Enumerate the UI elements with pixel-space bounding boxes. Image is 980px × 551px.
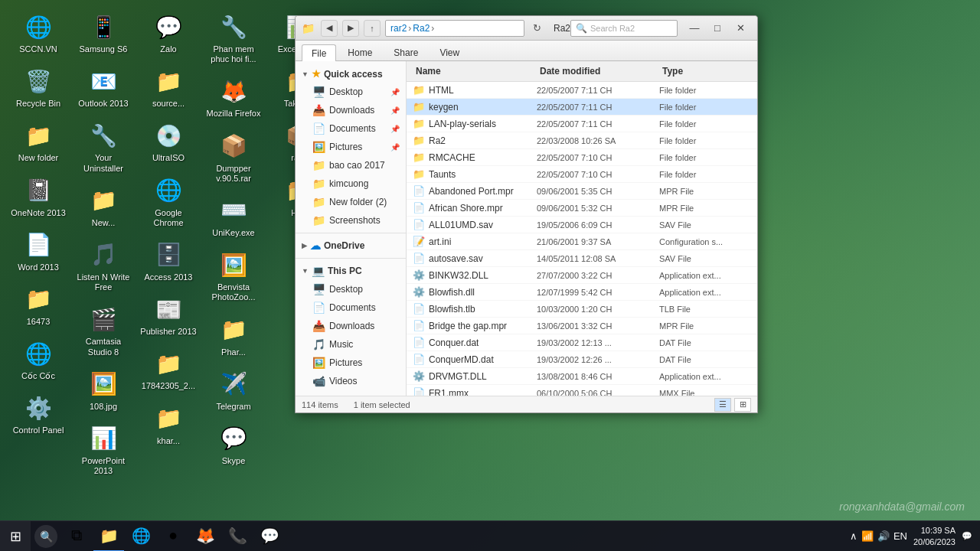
tray-chevron[interactable]: ∧ — [850, 530, 858, 542]
col-name[interactable]: Name — [413, 64, 537, 78]
table-row[interactable]: 📄 FR1.mmx 06/10/2000 5:06 CH MMX File — [407, 385, 757, 396]
table-row[interactable]: ⚙️ DRVMGT.DLL 13/08/2001 8:46 CH Applica… — [407, 368, 757, 385]
desktop-icon-skype[interactable]: 💬 Skype — [203, 419, 264, 470]
quick-access-header[interactable]: ▼ ★ Quick access — [296, 65, 406, 83]
address-bar-path[interactable]: rar2 › Ra2 › — [385, 20, 524, 37]
desktop-icon-recycle[interactable]: 🗑️ Recycle Bin — [8, 62, 69, 112]
table-row[interactable]: 📄 ALL01UMD.sav 19/05/2006 6:09 CH SAV Fi… — [407, 217, 757, 233]
desktop-icon-outlook[interactable]: 📧 Outlook 2013 — [73, 62, 134, 112]
minimize-button[interactable]: — — [684, 20, 705, 37]
desktop-icon-word[interactable]: 📄 Word 2013 — [8, 226, 69, 276]
sidebar-item-videos[interactable]: 📹 Videos — [296, 372, 406, 390]
desktop-icon-new[interactable]: 📁 New... — [73, 181, 134, 232]
desktop-icon-ultraiso[interactable]: 💿 UltraISO — [138, 116, 199, 167]
table-row[interactable]: 📁 HTML 22/05/2007 7:11 CH File folder — [407, 82, 757, 99]
tab-home[interactable]: Home — [338, 44, 382, 60]
desktop-icon-17842305[interactable]: 📁 17842305_2... — [138, 344, 199, 395]
sidebar-item-bao-cao[interactable]: 📁 bao cao 2017 — [296, 156, 406, 174]
desktop-icon-sccn[interactable]: 🌐 SCCN.VN — [8, 8, 69, 58]
taskbar-firefox[interactable]: 🦊 — [190, 521, 220, 552]
volume-icon[interactable]: 🔊 — [877, 530, 890, 542]
desktop-icon-publisher[interactable]: 📰 Publisher 2013 — [138, 290, 199, 341]
desktop-icon-dumpper[interactable]: 📦 Dumpper v.90.5.rar — [203, 127, 264, 187]
tab-share[interactable]: Share — [384, 44, 428, 60]
col-type[interactable]: Type — [659, 64, 751, 78]
desktop-icon-access[interactable]: 🗄️ Access 2013 — [138, 236, 199, 286]
table-row[interactable]: ⚙️ Blowfish.dll 12/07/1999 5:42 CH Appli… — [407, 284, 757, 301]
tab-view[interactable]: View — [430, 44, 469, 60]
maximize-button[interactable]: □ — [707, 20, 728, 37]
refresh-button[interactable]: ↻ — [529, 20, 546, 37]
detail-view-button[interactable]: ☰ — [714, 398, 731, 412]
network-icon[interactable]: 📶 — [861, 530, 874, 542]
table-row[interactable]: 📄 autosave.sav 14/05/2011 12:08 SA SAV F… — [407, 250, 757, 267]
onedrive-header[interactable]: ▶ ☁ OneDrive — [296, 236, 406, 255]
table-row[interactable]: 📄 ConquerMD.dat 19/03/2002 12:26 ... DAT… — [407, 351, 757, 368]
desktop-icon-newfolder[interactable]: 📁 New folder — [8, 116, 69, 167]
path-rar2[interactable]: rar2 — [390, 23, 407, 34]
taskbar-task-view[interactable]: ⧉ — [61, 521, 92, 552]
table-row[interactable]: 📄 Blowfish.tlb 10/03/2000 1:20 CH TLB Fi… — [407, 301, 757, 318]
desktop-icon-unikey[interactable]: ⌨️ UniKey.exe — [203, 191, 264, 242]
desktop-icon-chrome[interactable]: 🌐 Google Chrome — [138, 171, 199, 232]
language-indicator[interactable]: EN — [893, 530, 907, 542]
taskbar-file-explorer[interactable]: 📁 — [93, 521, 124, 552]
back-button[interactable]: ◀ — [321, 20, 338, 37]
sidebar-item-screenshots[interactable]: 📁 Screenshots — [296, 211, 406, 230]
table-row[interactable]: 📝 art.ini 21/06/2001 9:37 SA Configurati… — [407, 233, 757, 250]
sidebar-item-documents[interactable]: 📄 Documents 📌 — [296, 119, 406, 138]
sidebar-item-desktop[interactable]: 🖥️ Desktop 📌 — [296, 83, 406, 101]
sidebar-item-music[interactable]: 🎵 Music — [296, 335, 406, 354]
desktop-icon-source[interactable]: 📁 source... — [138, 62, 199, 112]
desktop-icon-camtasia[interactable]: 🎬 Camtasia Studio 8 — [73, 300, 134, 360]
tile-view-button[interactable]: ⊞ — [734, 398, 751, 412]
desktop-icon-phar[interactable]: 📁 Phar... — [203, 311, 264, 361]
start-button[interactable]: ⊞ — [0, 521, 31, 552]
path-ra2[interactable]: Ra2 — [413, 23, 430, 34]
notification-icon[interactable]: 💬 — [962, 531, 972, 541]
desktop-icon-samsung[interactable]: 📱 Samsung S6 — [73, 8, 134, 58]
sidebar-item-pictures[interactable]: 🖼️ Pictures 📌 — [296, 138, 406, 156]
desktop-icon-16473[interactable]: 📁 16473 — [8, 280, 69, 331]
this-pc-header[interactable]: ▼ 💻 This PC — [296, 262, 406, 280]
desktop-icon-khar[interactable]: 📁 khar... — [138, 399, 199, 450]
desktop-icon-benvista[interactable]: 🖼️ Benvista PhotoZoo... — [203, 246, 264, 306]
forward-button[interactable]: ▶ — [342, 20, 359, 37]
up-button[interactable]: ↑ — [364, 20, 381, 37]
search-bar[interactable]: 🔍 Search Ra2 — [570, 20, 678, 37]
sidebar-item-desktop2[interactable]: 🖥️ Desktop — [296, 280, 406, 298]
table-row[interactable]: 📁 keygen 22/05/2007 7:11 CH File folder — [407, 99, 757, 116]
sidebar-item-downloads2[interactable]: 📥 Downloads — [296, 317, 406, 335]
taskbar-clock[interactable]: 10:39 SA 20/06/2023 — [913, 525, 956, 547]
sidebar-item-pictures2[interactable]: 🖼️ Pictures — [296, 354, 406, 372]
table-row[interactable]: 📄 Abandoned Port.mpr 09/06/2001 5:35 CH … — [407, 183, 757, 200]
desktop-icon-108jpg[interactable]: 🖼️ 108.jpg — [73, 365, 134, 416]
desktop-icon-listen[interactable]: 🎵 Listen N Write Free — [73, 236, 134, 296]
desktop-icon-cococ[interactable]: 🌐 Cốc Cốc — [8, 334, 69, 385]
desktop-icon-onenote[interactable]: 📓 OneNote 2013 — [8, 171, 69, 222]
taskbar-search-button[interactable]: 🔍 — [34, 525, 57, 548]
taskbar-viber[interactable]: 📞 — [222, 521, 253, 552]
sidebar-item-documents2[interactable]: 📄 Documents — [296, 298, 406, 317]
desktop-icon-powerpoint[interactable]: 📊 PowerPoint 2013 — [73, 419, 134, 480]
table-row[interactable]: 📁 RMCACHE 22/05/2007 7:10 CH File folder — [407, 149, 757, 166]
desktop-icon-control[interactable]: ⚙️ Control Panel — [8, 389, 69, 439]
sidebar-item-downloads[interactable]: 📥 Downloads 📌 — [296, 101, 406, 119]
desktop-icon-firefox[interactable]: 🦊 Mozilla Firefox — [203, 72, 264, 122]
desktop-icon-uninstaller[interactable]: 🔧 Your Uninstaller — [73, 116, 134, 177]
table-row[interactable]: ⚙️ BINKW32.DLL 27/07/2000 3:22 CH Applic… — [407, 267, 757, 284]
col-date[interactable]: Date modified — [537, 64, 659, 78]
tab-file[interactable]: File — [302, 44, 336, 61]
table-row[interactable]: 📁 Taunts 22/05/2007 7:10 CH File folder — [407, 166, 757, 183]
sidebar-item-newfolder2[interactable]: 📁 New folder (2) — [296, 193, 406, 211]
taskbar-chrome[interactable]: ● — [158, 521, 188, 552]
sidebar-item-kimcuong[interactable]: 📁 kimcuong — [296, 174, 406, 193]
desktop-icon-phan-mem[interactable]: 🔧 Phan mem phuc hoi fi... — [203, 8, 264, 68]
table-row[interactable]: 📄 Bridge the gap.mpr 13/06/2001 3:32 CH … — [407, 318, 757, 334]
table-row[interactable]: 📄 African Shore.mpr 09/06/2001 5:32 CH M… — [407, 200, 757, 217]
table-row[interactable]: 📄 Conquer.dat 19/03/2002 12:13 ... DAT F… — [407, 334, 757, 351]
close-button[interactable]: ✕ — [730, 20, 751, 37]
table-row[interactable]: 📁 Ra2 22/03/2008 10:26 SA File folder — [407, 132, 757, 149]
table-row[interactable]: 📁 LAN-play-serials 22/05/2007 7:11 CH Fi… — [407, 116, 757, 132]
desktop-icon-telegram[interactable]: ✈️ Telegram — [203, 365, 264, 416]
